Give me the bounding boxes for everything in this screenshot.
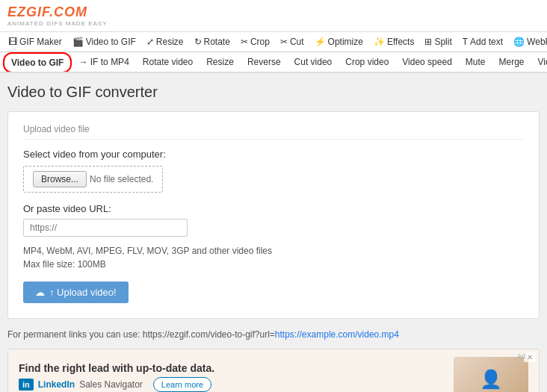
no-file-text: No file selected. — [90, 174, 153, 184]
upload-button[interactable]: ☁ ↑ Upload video! — [23, 281, 129, 303]
main-nav-label-resize: Resize — [156, 37, 184, 47]
rotate-icon: ↻ — [194, 37, 202, 47]
sub-nav-item-cut-video[interactable]: Cut video — [288, 53, 339, 72]
sub-nav-item-video-speed[interactable]: Video speed — [395, 53, 459, 72]
ad-banner: ✕ Ad Find the right lead with up-to-date… — [7, 349, 540, 392]
ad-learn-more-button[interactable]: Learn more — [153, 377, 211, 392]
browse-button[interactable]: Browse... — [33, 171, 87, 187]
file-select-box[interactable]: Browse... No file selected. — [23, 166, 163, 193]
page-content: Video to GIF converter Upload video file… — [0, 73, 547, 392]
main-nav-label-crop: Crop — [250, 37, 270, 47]
sub-nav-item-resize-video[interactable]: Resize — [200, 53, 241, 72]
optimize-icon: ⚡ — [315, 37, 326, 47]
upload-icon: ☁ — [35, 287, 45, 298]
logo-bar: EZGIF.COM ANIMATED GIFS MADE EASY — [0, 0, 547, 32]
select-label: Select video from your computer: — [23, 149, 524, 160]
main-nav-item-webp[interactable]: 🌐WebP — [508, 34, 547, 50]
main-nav: 🎞GIF Maker🎬Video to GIF⤢Resize↻Rotate✂Cr… — [0, 32, 547, 52]
paste-url-label: Or paste video URL: — [23, 203, 524, 214]
main-nav-item-resize[interactable]: ⤢Resize — [141, 34, 189, 50]
sub-nav-item-video-to-mp4[interactable]: → IF to MP4 — [72, 53, 135, 72]
split-icon: ⊞ — [424, 37, 432, 47]
sub-nav-item-video-to-gif[interactable]: Video to GIF — [3, 52, 72, 73]
main-nav-label-effects: Effects — [387, 37, 414, 47]
webp-icon: 🌐 — [513, 37, 525, 47]
main-nav-item-optimize[interactable]: ⚡Optimize — [309, 34, 368, 50]
main-nav-label-video-to-gif: Video to GIF — [86, 37, 136, 47]
gif-maker-icon: 🎞 — [8, 37, 17, 47]
upload-card-title: Upload video file — [23, 124, 524, 140]
main-nav-item-rotate[interactable]: ↻Rotate — [189, 34, 235, 50]
main-nav-item-add-text[interactable]: TAdd text — [457, 34, 508, 50]
perm-link-url[interactable]: https://example.com/video.mp4 — [275, 329, 399, 340]
main-nav-label-cut: Cut — [290, 37, 304, 47]
sub-nav-item-reverse-video[interactable]: Reverse — [241, 53, 288, 72]
logo-sub: ANIMATED GIFS MADE EASY — [7, 20, 108, 27]
supported-formats: MP4, WebM, AVI, MPEG, FLV, MOV, 3GP and … — [23, 246, 524, 256]
video-to-gif-icon: 🎬 — [72, 37, 84, 47]
main-nav-label-gif-maker: GIF Maker — [19, 37, 62, 47]
main-nav-label-webp: WebP — [527, 37, 547, 47]
ad-title: Find the right lead with up-to-date data… — [19, 362, 454, 374]
ad-close-button[interactable]: ✕ — [524, 352, 536, 362]
main-nav-label-rotate: Rotate — [204, 37, 230, 47]
upload-label: ↑ Upload video! — [49, 287, 117, 298]
main-nav-item-effects[interactable]: ✨Effects — [368, 34, 419, 50]
add-text-icon: T — [463, 37, 468, 47]
ad-image: 👤 — [454, 357, 528, 392]
max-size: Max file size: 100MB — [23, 259, 524, 270]
file-select-row: Browse... No file selected. — [23, 166, 524, 193]
main-nav-item-cut[interactable]: ✂Cut — [275, 34, 309, 50]
main-nav-label-optimize: Optimize — [328, 37, 363, 47]
effects-icon: ✨ — [374, 37, 385, 47]
main-nav-label-add-text: Add text — [470, 37, 503, 47]
main-nav-label-split: Split — [434, 37, 451, 47]
main-nav-item-split[interactable]: ⊞Split — [419, 34, 457, 50]
main-nav-item-gif-maker[interactable]: 🎞GIF Maker — [3, 34, 67, 50]
ad-content: Find the right lead with up-to-date data… — [19, 362, 454, 392]
ad-logo-row: in LinkedIn Sales Navigator Learn more — [19, 377, 454, 392]
main-nav-item-video-to-gif[interactable]: 🎬Video to GIF — [67, 34, 141, 50]
sub-nav-item-video-to-jpg[interactable]: Video to JPG — [531, 53, 547, 72]
ad-platform-name: LinkedIn — [38, 379, 75, 390]
linkedin-icon: in — [19, 379, 34, 391]
logo-text: EZGIF.COM — [7, 4, 87, 19]
crop-icon: ✂ — [241, 37, 248, 47]
ad-service-name: Sales Navigator — [79, 379, 143, 390]
sub-nav-item-merge-video[interactable]: Merge — [492, 53, 531, 72]
perm-link-text: For permanent links you can use: https:/… — [7, 329, 275, 340]
upload-card: Upload video file Select video from your… — [7, 111, 540, 319]
main-nav-item-crop[interactable]: ✂Crop — [235, 34, 275, 50]
perm-link-notice: For permanent links you can use: https:/… — [7, 329, 540, 340]
page-title: Video to GIF converter — [7, 84, 540, 101]
sub-nav: Video to GIF→ IF to MP4Rotate videoResiz… — [0, 52, 547, 73]
cut-icon: ✂ — [280, 37, 288, 47]
logo: EZGIF.COM ANIMATED GIFS MADE EASY — [7, 4, 108, 27]
ad-label: Ad — [517, 352, 525, 360]
url-input[interactable] — [23, 219, 188, 237]
resize-icon: ⤢ — [146, 37, 154, 47]
sub-nav-item-rotate-video[interactable]: Rotate video — [136, 53, 200, 72]
sub-nav-item-crop-video[interactable]: Crop video — [339, 53, 395, 72]
sub-nav-item-mute-video[interactable]: Mute — [459, 53, 492, 72]
